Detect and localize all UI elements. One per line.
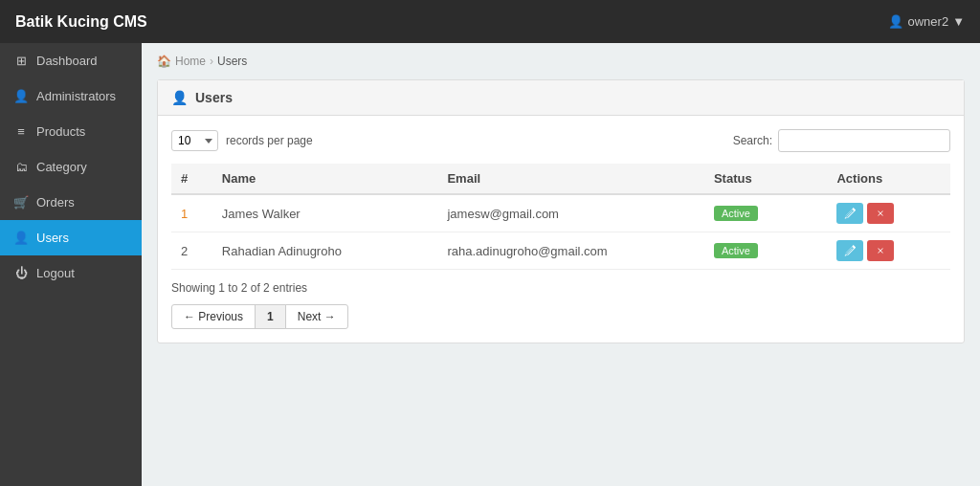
col-header-email: Email bbox=[437, 164, 703, 194]
showing-text: Showing 1 to 2 of 2 entries bbox=[171, 281, 950, 295]
administrators-icon: 👤 bbox=[13, 89, 29, 103]
delete-button[interactable] bbox=[867, 240, 894, 261]
col-header-num: # bbox=[171, 164, 212, 194]
breadcrumb-home[interactable]: Home bbox=[175, 55, 206, 68]
pagination-container: Showing 1 to 2 of 2 entries ← Previous 1… bbox=[171, 281, 950, 329]
cell-name: Rahadian Adinugroho bbox=[212, 232, 438, 270]
search-input[interactable] bbox=[778, 129, 950, 152]
sidebar-item-products[interactable]: ≡ Products bbox=[0, 114, 142, 149]
cell-num: 1 bbox=[171, 194, 212, 232]
table-row: 1 James Walker jamesw@gmail.com Active bbox=[171, 194, 950, 232]
col-header-actions: Actions bbox=[827, 164, 950, 194]
home-icon: 🏠 bbox=[157, 55, 171, 68]
cell-status: Active bbox=[704, 232, 828, 270]
cell-actions bbox=[827, 232, 950, 270]
sidebar-item-category[interactable]: 🗂 Category bbox=[0, 149, 142, 185]
sidebar-item-administrators[interactable]: 👤 Administrators bbox=[0, 78, 142, 114]
sidebar-label-users: Users bbox=[36, 231, 69, 245]
action-buttons bbox=[836, 240, 941, 261]
delete-button[interactable] bbox=[867, 203, 894, 224]
orders-icon: 🛒 bbox=[13, 195, 29, 210]
delete-icon bbox=[875, 245, 886, 256]
sidebar-item-logout[interactable]: ⏻ Logout bbox=[0, 255, 142, 291]
table-controls: 10 25 50 100 records per page Search: bbox=[171, 129, 950, 152]
status-badge: Active bbox=[714, 243, 758, 258]
edit-button[interactable] bbox=[836, 240, 863, 261]
table-header-row: # Name Email Status Actions bbox=[171, 164, 950, 194]
breadcrumb-separator: › bbox=[210, 55, 213, 68]
cell-num: 2 bbox=[171, 232, 212, 270]
sidebar-label-category: Category bbox=[36, 160, 87, 174]
user-label: owner2 bbox=[907, 14, 948, 29]
status-badge: Active bbox=[714, 206, 758, 221]
app-title: Batik Kucing CMS bbox=[15, 13, 147, 31]
page-1-button[interactable]: 1 bbox=[255, 304, 286, 329]
category-icon: 🗂 bbox=[13, 160, 29, 174]
next-button[interactable]: Next → bbox=[285, 304, 348, 329]
sidebar-item-orders[interactable]: 🛒 Orders bbox=[0, 185, 142, 220]
cell-email: raha.adinugroho@gmail.com bbox=[437, 232, 703, 270]
sidebar: ⊞ Dashboard 👤 Administrators ≡ Products … bbox=[0, 43, 142, 486]
top-navbar: Batik Kucing CMS 👤 owner2 ▼ bbox=[0, 0, 980, 43]
dropdown-icon: ▼ bbox=[952, 14, 965, 29]
panel-title: Users bbox=[195, 90, 233, 105]
sidebar-label-dashboard: Dashboard bbox=[36, 54, 98, 68]
sidebar-label-administrators: Administrators bbox=[36, 89, 116, 103]
sidebar-item-dashboard[interactable]: ⊞ Dashboard bbox=[0, 43, 142, 78]
pagination: ← Previous 1 Next → bbox=[171, 304, 950, 329]
cell-email: jamesw@gmail.com bbox=[437, 194, 703, 232]
users-icon: 👤 bbox=[13, 231, 29, 245]
sidebar-item-users[interactable]: 👤 Users bbox=[0, 220, 142, 255]
per-page-label: records per page bbox=[226, 134, 313, 147]
edit-icon bbox=[844, 208, 856, 219]
search-area: Search: bbox=[733, 129, 950, 152]
users-table: # Name Email Status Actions 1 James Walk… bbox=[171, 164, 950, 270]
breadcrumb-current: Users bbox=[217, 55, 247, 68]
breadcrumb: 🏠 Home › Users bbox=[157, 55, 965, 68]
table-row: 2 Rahadian Adinugroho raha.adinugroho@gm… bbox=[171, 232, 950, 270]
panel-body: 10 25 50 100 records per page Search: bbox=[158, 116, 964, 342]
sidebar-label-products: Products bbox=[36, 124, 85, 139]
sidebar-label-orders: Orders bbox=[36, 195, 75, 210]
content-area: 🏠 Home › Users 👤 Users 10 25 50 100 bbox=[142, 43, 980, 486]
products-icon: ≡ bbox=[13, 124, 29, 139]
logout-icon: ⏻ bbox=[13, 266, 29, 280]
edit-button[interactable] bbox=[836, 203, 863, 224]
action-buttons bbox=[836, 203, 941, 224]
delete-icon bbox=[875, 208, 886, 219]
prev-button[interactable]: ← Previous bbox=[171, 304, 256, 329]
panel-heading: 👤 Users bbox=[158, 80, 964, 116]
main-layout: ⊞ Dashboard 👤 Administrators ≡ Products … bbox=[0, 43, 980, 486]
search-label: Search: bbox=[733, 134, 772, 147]
cell-status: Active bbox=[704, 194, 828, 232]
cell-actions bbox=[827, 194, 950, 232]
sidebar-label-logout: Logout bbox=[36, 266, 75, 280]
cell-name: James Walker bbox=[212, 194, 438, 232]
col-header-status: Status bbox=[704, 164, 828, 194]
per-page-select[interactable]: 10 25 50 100 bbox=[171, 130, 218, 151]
col-header-name: Name bbox=[212, 164, 438, 194]
dashboard-icon: ⊞ bbox=[13, 54, 29, 68]
panel-title-icon: 👤 bbox=[171, 90, 188, 105]
users-panel: 👤 Users 10 25 50 100 records per page Se… bbox=[157, 79, 965, 343]
edit-icon bbox=[844, 245, 856, 256]
user-icon: 👤 bbox=[888, 14, 903, 29]
user-menu[interactable]: 👤 owner2 ▼ bbox=[888, 14, 965, 29]
